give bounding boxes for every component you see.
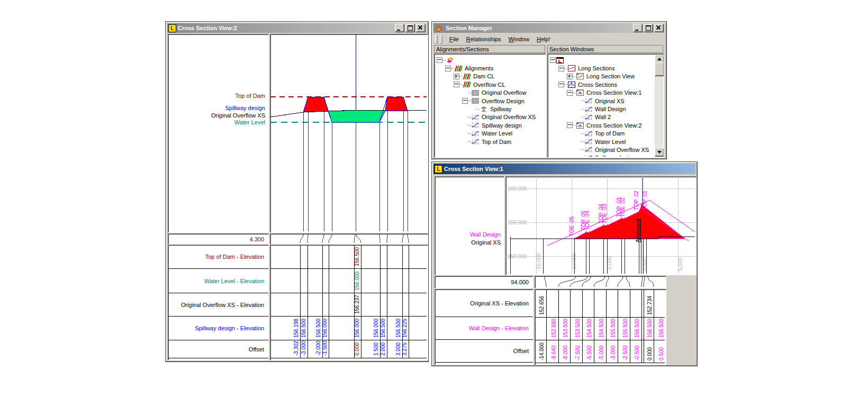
scroll-thumb[interactable] (655, 62, 664, 76)
tree-item-overflow-cl[interactable]: Overflow CL (454, 80, 545, 88)
tree-item-wall-2[interactable]: Wall 2 (581, 113, 655, 121)
tree-item-long-section-view[interactable]: Long Section View (567, 73, 655, 80)
legend-original-overflow-xs: Original Overflow XS (211, 112, 265, 119)
section-icon (585, 106, 592, 112)
csv2-table-grid: 156.500 156.000 156.237 156.198 156.500 … (270, 245, 427, 359)
alignment-stripes-icon (463, 82, 471, 87)
menu-file[interactable]: File (446, 35, 463, 43)
tree-item-spillway[interactable]: Spillway (476, 105, 545, 113)
row-label-offset: Offset (168, 340, 268, 358)
menu-gripper[interactable] (435, 35, 438, 43)
svg-text:156.500: 156.500 (658, 318, 664, 338)
row-label-original-xs: Original XS - Elevation (435, 290, 533, 317)
expand-icon[interactable] (454, 74, 459, 79)
svg-text:-5.000: -5.000 (599, 345, 604, 360)
svg-text:152.680: 152.680 (551, 318, 557, 338)
svg-text:156.000: 156.000 (322, 318, 328, 338)
csv2-legend-panel: Top of Dam Spillway design Original Over… (168, 34, 269, 233)
expand-icon[interactable] (567, 74, 573, 79)
svg-text:-7.500: -7.500 (575, 345, 581, 360)
legend-original-xs: Original XS (471, 239, 501, 246)
tree-item-cross-section-view-2[interactable]: Cross Section View:2 (567, 121, 655, 129)
menu-relationships[interactable]: Relationships (463, 35, 505, 43)
menu-help[interactable]: Help! (533, 35, 554, 43)
svg-text:156.500: 156.500 (395, 318, 401, 338)
svg-text:TOP .01: TOP .01 (642, 191, 648, 210)
tree-item-original-overflow[interactable]: Original Overflow (468, 89, 545, 97)
window-title: Cross Section View:1 (444, 166, 503, 172)
collapse-icon[interactable] (567, 90, 573, 96)
tree-item-top-of-dam[interactable]: Top of Dam (581, 130, 655, 138)
scrollbar-vertical[interactable] (655, 55, 663, 157)
cross-sections-icon (568, 82, 575, 88)
window-title: Section Manager (446, 25, 492, 31)
tree-item-top-of-dam[interactable]: Top of Dam (468, 138, 545, 146)
svg-text:155.500: 155.500 (610, 318, 616, 338)
tree-item-cross-sections[interactable]: Cross Sections (558, 80, 655, 88)
tree-item-original-xs[interactable]: Original XS (581, 97, 655, 105)
tree-item-spillway-design[interactable]: Spillway design (468, 121, 545, 129)
menu-gripper2[interactable] (440, 35, 442, 43)
sections-root-icon (446, 57, 454, 64)
long-sections-icon (568, 65, 575, 71)
tree-item-water-level[interactable]: Water Level (581, 138, 655, 146)
svg-text:-10.000: -10.000 (571, 253, 577, 271)
csv1-table-panel: 152.656 152.734 152.680 153.500 153.500 … (535, 289, 666, 365)
tree-item-wall-design[interactable]: Wall Design (581, 105, 655, 113)
minimize-button[interactable] (395, 24, 404, 32)
collapse-icon[interactable] (558, 66, 564, 71)
tree-item-root[interactable] (550, 56, 655, 64)
collapse-icon[interactable] (445, 66, 451, 71)
svg-text:152.734: 152.734 (647, 295, 653, 315)
collapse-icon[interactable] (454, 82, 459, 87)
collapse-icon[interactable] (437, 57, 442, 63)
svg-text:2.000: 2.000 (380, 342, 386, 356)
collapse-icon[interactable] (550, 57, 556, 63)
section-icon (472, 131, 479, 137)
tree-item-dam-cl[interactable]: Dam CL (454, 73, 545, 80)
tree-item-spillway-design[interactable]: Spillway design (581, 154, 655, 157)
svg-text:-3.000: -3.000 (301, 340, 306, 356)
csv1-connector-strip (535, 276, 666, 288)
maximize-button[interactable] (405, 24, 415, 32)
csv1-table-labels: Original XS - Elevation Wall Design - El… (435, 289, 534, 365)
tree-item-cross-section-view-1[interactable]: Cross Section View:1 (567, 89, 655, 97)
titlebar-csv2[interactable]: L Cross Section View:2 (167, 23, 427, 33)
spillway-icon (480, 106, 487, 112)
tree-item-water-level[interactable]: Water Level (468, 130, 545, 138)
minimize-button[interactable] (633, 24, 643, 32)
svg-text:-5.500: -5.500 (586, 345, 592, 360)
scroll-down-button[interactable] (655, 148, 664, 157)
svg-text:TOE .03: TOE .03 (602, 204, 608, 223)
svg-text:153.500: 153.500 (575, 318, 581, 338)
legend-spillway-design: Spillway design (225, 105, 265, 111)
collapse-icon[interactable] (567, 122, 573, 128)
close-button[interactable] (416, 24, 426, 32)
tree-item-original-overflow-xs[interactable]: Original Overflow XS (468, 113, 545, 121)
csv2-connector-strip (270, 233, 428, 245)
cross-section-view-icon (576, 122, 584, 129)
svg-text:156.500: 156.500 (301, 318, 306, 338)
csv2-table-labels: Top of Dam - Elevation Water Level - Ele… (168, 245, 269, 360)
close-button[interactable] (654, 24, 664, 32)
tree-item-original-overflow-xs[interactable]: Original Overflow XS (581, 146, 655, 154)
collapse-icon[interactable] (558, 82, 564, 87)
row-label-top-of-dam: Top of Dam - Elevation (168, 245, 268, 269)
csv1-legend-panel: Wall Design Original XS (435, 176, 504, 275)
csv2-connectors (270, 234, 427, 243)
svg-text:-5.000: -5.000 (607, 256, 612, 271)
menu-window[interactable]: Window (505, 35, 533, 43)
svg-text:0.500: 0.500 (658, 347, 664, 360)
tree-item-overflow-design[interactable]: Overflow Design (462, 97, 545, 105)
collapse-icon[interactable] (462, 98, 468, 104)
tree-item-alignments[interactable]: Alignments (445, 64, 545, 72)
svg-text:156.500: 156.500 (647, 318, 653, 338)
titlebar-csv1[interactable]: L Cross Section View:1 (433, 164, 695, 174)
long-section-view-icon (576, 73, 584, 79)
section-manager-icon (435, 24, 442, 32)
titlebar-section-manager[interactable]: Section Manager (433, 23, 665, 33)
tree-item-root[interactable] (437, 56, 545, 64)
maximize-button[interactable] (644, 24, 653, 32)
tree-item-long-sections[interactable]: Long Sections (558, 64, 655, 72)
window-section-manager: Section Manager File Relationships Windo… (431, 21, 667, 159)
